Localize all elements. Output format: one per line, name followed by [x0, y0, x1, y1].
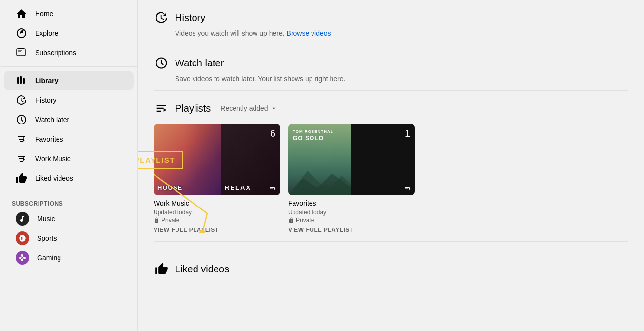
callout-arrow — [154, 165, 232, 233]
liked-videos-icon — [154, 261, 169, 277]
divider-1 — [0, 66, 137, 67]
favorites-updated: Updated today — [288, 209, 415, 216]
playlists-section-title: Playlists — [175, 103, 211, 114]
sidebar-item-sports-label: Sports — [37, 234, 57, 242]
home-icon — [16, 8, 27, 20]
chevron-down-icon — [270, 104, 278, 112]
playlist-card-work-music[interactable]: VIEW FULL PLAYLIST HOUSE 6 RE — [154, 124, 280, 233]
svg-marker-13 — [274, 188, 276, 190]
fav-album-name: GO SOLO — [293, 134, 333, 143]
sidebar-item-library-label: Library — [35, 77, 58, 84]
history-section-title: History — [175, 12, 205, 23]
favorites-info: Favorites Updated today Private VIEW FUL… — [288, 199, 415, 233]
history-description: Videos you watch will show up here. Brow… — [154, 29, 628, 37]
favorites-count: 1 — [405, 128, 410, 139]
svg-rect-1 — [18, 48, 24, 49]
liked-icon — [16, 172, 27, 184]
mountain-decoration — [288, 161, 351, 195]
sidebar-item-watch-later[interactable]: Watch later — [4, 110, 134, 129]
sidebar-item-home[interactable]: Home — [4, 4, 134, 23]
sidebar-item-history[interactable]: History — [4, 90, 134, 110]
svg-marker-11 — [164, 108, 167, 112]
divider-2 — [0, 192, 137, 192]
favorites-icon — [16, 133, 27, 145]
svg-rect-2 — [18, 50, 22, 51]
library-icon — [16, 75, 27, 86]
subscriptions-header: SUBSCRIPTIONS — [0, 196, 137, 209]
callout-text: VIEW FULL PLAYLIST — [138, 156, 175, 164]
sidebar-item-library[interactable]: Library — [4, 71, 134, 90]
sidebar-item-work-music[interactable]: Work Music — [4, 149, 134, 168]
sidebar-item-subscriptions-label: Subscriptions — [35, 49, 76, 57]
playlists-sort-button[interactable]: Recently added — [216, 103, 281, 114]
playlists-section: Playlists Recently added VIEW FULL PLAYL… — [154, 91, 628, 242]
favorites-thumbnail: TOM ROSENTHAL GO SOLO 1 — [288, 124, 415, 195]
gaming-sub-avatar — [16, 251, 29, 265]
sports-sub-avatar — [16, 231, 29, 245]
playlists-header: Playlists Recently added — [154, 101, 628, 116]
fav-playlist-icon — [403, 184, 412, 192]
svg-rect-4 — [17, 77, 19, 84]
work-music-count: 6 — [270, 128, 275, 139]
watch-later-section-title: Watch later — [175, 58, 224, 69]
history-desc-text: Videos you watch will show up here. — [175, 29, 285, 37]
favorites-view-link[interactable]: VIEW FULL PLAYLIST — [288, 227, 415, 233]
lock-icon-fav — [288, 217, 294, 223]
sidebar-item-explore[interactable]: Explore — [4, 23, 134, 43]
liked-videos-header: Liked videos — [154, 251, 628, 277]
sidebar-item-favorites[interactable]: Favorites — [4, 129, 134, 149]
history-title-row: History — [154, 10, 628, 25]
watch-later-description: Save videos to watch later. Your list sh… — [154, 75, 628, 83]
sidebar-item-work-music-label: Work Music — [35, 155, 71, 163]
subscriptions-icon — [16, 47, 27, 59]
history-icon — [16, 94, 27, 106]
sidebar-item-music-sub[interactable]: Music — [4, 209, 134, 228]
sidebar-item-explore-label: Explore — [35, 29, 58, 37]
sidebar-item-history-label: History — [35, 96, 57, 104]
svg-marker-9 — [23, 159, 25, 161]
playlist-card-favorites[interactable]: TOM ROSENTHAL GO SOLO 1 — [288, 124, 415, 233]
sidebar-item-gaming-sub[interactable]: Gaming — [4, 248, 134, 268]
favorites-privacy-label: Private — [296, 217, 314, 224]
sidebar-item-sports-sub[interactable]: Sports — [4, 228, 134, 248]
sidebar-item-watch-later-label: Watch later — [35, 116, 69, 124]
watch-later-section: Watch later Save videos to watch later. … — [154, 45, 628, 91]
explore-icon — [16, 27, 27, 39]
liked-videos-title: Liked videos — [175, 264, 229, 275]
svg-rect-3 — [18, 52, 21, 53]
watch-later-icon — [16, 114, 27, 125]
fav-artist-text: TOM ROSENTHAL GO SOLO — [293, 129, 333, 143]
svg-rect-5 — [20, 76, 22, 84]
fav-artist-name: TOM ROSENTHAL — [293, 129, 333, 134]
playlists-sort-label: Recently added — [220, 104, 268, 112]
favorites-privacy: Private — [288, 217, 415, 224]
svg-point-12 — [199, 230, 205, 233]
svg-marker-16 — [409, 188, 410, 190]
watch-later-title-row: Watch later — [154, 55, 628, 71]
sidebar-item-liked-videos[interactable]: Liked videos — [4, 168, 134, 188]
svg-marker-8 — [23, 140, 25, 142]
history-section: History Videos you watch will show up he… — [154, 0, 628, 45]
browse-videos-link[interactable]: Browse videos — [287, 29, 331, 37]
sidebar-item-favorites-label: Favorites — [35, 135, 63, 143]
fav-thumb-left: TOM ROSENTHAL GO SOLO — [288, 124, 351, 195]
svg-rect-6 — [23, 78, 25, 84]
watch-later-section-icon — [154, 55, 169, 71]
sidebar-item-subscriptions[interactable]: Subscriptions — [4, 43, 134, 62]
callout-container: VIEW FULL PLAYLIST — [138, 151, 183, 169]
history-section-icon — [154, 10, 169, 25]
playlist-cards-container: VIEW FULL PLAYLIST HOUSE 6 RE — [154, 124, 628, 233]
playlist-play-icon — [269, 184, 277, 192]
playlists-icon — [154, 101, 169, 116]
favorites-name: Favorites — [288, 199, 415, 207]
sidebar-item-home-label: Home — [35, 10, 53, 18]
work-music-icon — [16, 153, 27, 165]
liked-videos-section: Liked videos — [154, 242, 628, 285]
sidebar-item-gaming-label: Gaming — [37, 254, 61, 262]
main-content: History Videos you watch will show up he… — [138, 0, 644, 331]
music-sub-avatar — [16, 212, 29, 226]
sidebar: Home Explore Subscriptions — [0, 0, 138, 331]
sidebar-item-liked-videos-label: Liked videos — [35, 174, 73, 182]
fav-thumb-right: 1 — [351, 124, 415, 195]
sidebar-item-music-label: Music — [37, 215, 55, 223]
